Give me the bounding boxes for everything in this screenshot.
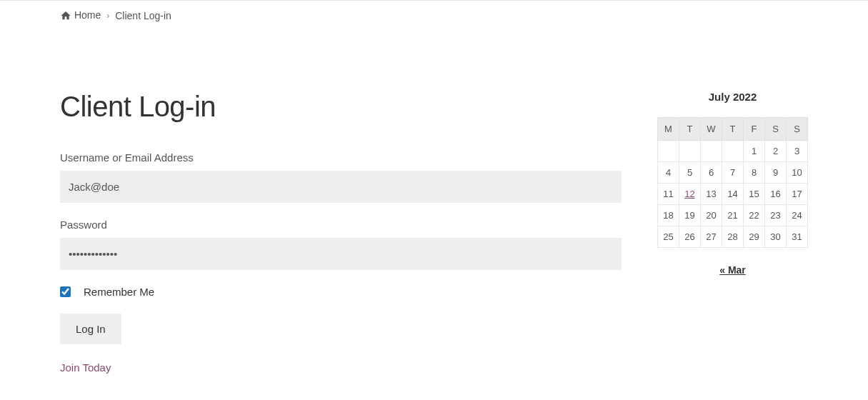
calendar-day-cell: 2 bbox=[765, 141, 787, 162]
calendar-day-cell: 14 bbox=[722, 184, 744, 205]
calendar-header-cell: M bbox=[658, 118, 679, 141]
join-today-link[interactable]: Join Today bbox=[60, 361, 622, 374]
calendar-day-cell: 11 bbox=[658, 184, 679, 205]
calendar-day-cell: 9 bbox=[765, 162, 787, 184]
main-content: Client Log-in Username or Email Address … bbox=[60, 91, 622, 374]
calendar-widget: July 2022 MTWTFSS 1234567891011121314151… bbox=[657, 91, 808, 276]
login-button[interactable]: Log In bbox=[60, 314, 121, 344]
calendar-day-cell: 16 bbox=[765, 184, 787, 205]
calendar-day-cell: 6 bbox=[701, 162, 722, 184]
breadcrumb-home-link[interactable]: Home bbox=[60, 9, 101, 21]
username-input[interactable] bbox=[60, 171, 622, 203]
calendar-prev-link[interactable]: « Mar bbox=[719, 264, 746, 276]
calendar-day-cell: 22 bbox=[744, 205, 765, 226]
password-input[interactable] bbox=[60, 238, 622, 270]
breadcrumb: Home › Client Log-in bbox=[0, 1, 868, 30]
calendar-day-cell bbox=[658, 141, 679, 162]
calendar-header-cell: F bbox=[744, 118, 765, 141]
remember-label: Remember Me bbox=[84, 286, 154, 298]
password-label: Password bbox=[60, 219, 622, 231]
sidebar: July 2022 MTWTFSS 1234567891011121314151… bbox=[657, 91, 808, 374]
calendar-day-link[interactable]: 12 bbox=[684, 189, 694, 199]
calendar-day-cell: 1 bbox=[744, 141, 765, 162]
calendar-table: MTWTFSS 12345678910111213141516171819202… bbox=[657, 117, 808, 248]
calendar-day-cell: 7 bbox=[722, 162, 744, 184]
remember-checkbox[interactable] bbox=[60, 286, 71, 297]
breadcrumb-current: Client Log-in bbox=[115, 10, 171, 21]
calendar-day-cell: 23 bbox=[765, 205, 787, 226]
calendar-day-cell: 4 bbox=[658, 162, 679, 184]
calendar-day-cell: 12 bbox=[679, 184, 701, 205]
calendar-day-cell: 10 bbox=[787, 162, 808, 184]
calendar-title: July 2022 bbox=[657, 91, 808, 103]
calendar-day-cell: 24 bbox=[787, 205, 808, 226]
calendar-day-cell: 8 bbox=[744, 162, 765, 184]
calendar-day-cell: 26 bbox=[679, 226, 701, 248]
calendar-day-cell: 5 bbox=[679, 162, 701, 184]
calendar-header-cell: S bbox=[765, 118, 787, 141]
calendar-day-cell bbox=[722, 141, 744, 162]
calendar-day-cell: 3 bbox=[787, 141, 808, 162]
calendar-day-cell: 30 bbox=[765, 226, 787, 248]
calendar-day-cell: 17 bbox=[787, 184, 808, 205]
calendar-header-cell: T bbox=[679, 118, 701, 141]
breadcrumb-separator: › bbox=[106, 11, 109, 21]
breadcrumb-home-label: Home bbox=[74, 9, 101, 21]
calendar-day-cell: 21 bbox=[722, 205, 744, 226]
calendar-day-cell: 19 bbox=[679, 205, 701, 226]
calendar-day-cell bbox=[701, 141, 722, 162]
calendar-day-cell: 31 bbox=[787, 226, 808, 248]
calendar-day-cell: 20 bbox=[701, 205, 722, 226]
calendar-day-cell: 15 bbox=[744, 184, 765, 205]
home-icon bbox=[60, 10, 71, 21]
page-title: Client Log-in bbox=[60, 91, 622, 123]
calendar-day-cell: 28 bbox=[722, 226, 744, 248]
calendar-header-cell: S bbox=[787, 118, 808, 141]
calendar-day-cell: 18 bbox=[658, 205, 679, 226]
calendar-day-cell: 13 bbox=[701, 184, 722, 205]
calendar-day-cell: 27 bbox=[701, 226, 722, 248]
calendar-day-cell: 25 bbox=[658, 226, 679, 248]
calendar-header-cell: W bbox=[701, 118, 722, 141]
calendar-day-cell: 29 bbox=[744, 226, 765, 248]
calendar-header-cell: T bbox=[722, 118, 744, 141]
username-label: Username or Email Address bbox=[60, 151, 622, 164]
calendar-day-cell bbox=[679, 141, 701, 162]
